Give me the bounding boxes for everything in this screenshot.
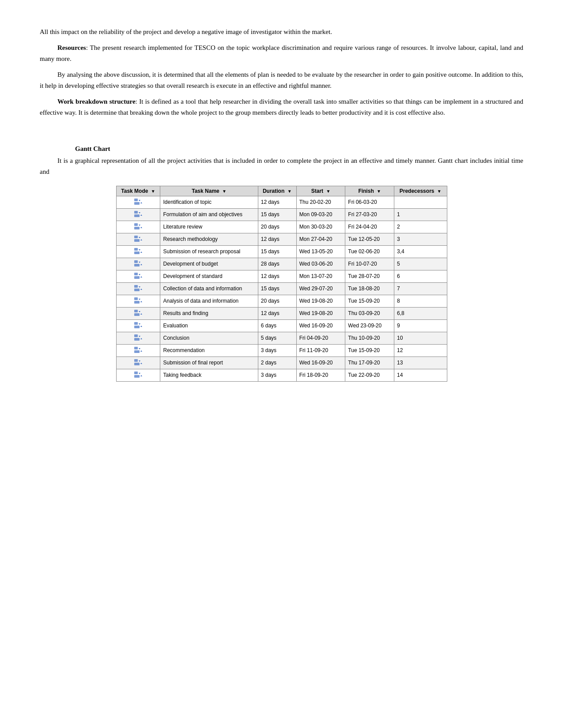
svg-marker-18 — [139, 249, 140, 251]
task-mode-icon — [134, 297, 143, 305]
finish-cell: Tue 12-05-20 — [345, 233, 394, 245]
table-row: Submission of final report2 daysWed 16-0… — [116, 356, 447, 369]
task-mode-icon — [134, 272, 143, 281]
task-name-cell: Analysis of data and information — [160, 295, 258, 307]
finish-cell: Tue 15-09-20 — [345, 295, 394, 307]
task-name-cell: Development of standard — [160, 270, 258, 282]
start-cell: Wed 16-09-20 — [296, 356, 345, 369]
svg-rect-28 — [134, 285, 138, 288]
svg-rect-5 — [134, 214, 140, 217]
duration-cell: 12 days — [258, 307, 296, 319]
finish-cell: Tue 22-09-20 — [345, 369, 394, 381]
th-task-mode-arrow[interactable]: ▼ — [151, 189, 155, 194]
start-cell: Mon 13-07-20 — [296, 270, 345, 282]
duration-cell: 3 days — [258, 369, 296, 381]
task-mode-icon — [134, 285, 143, 293]
task-name-cell: Development of budget — [160, 258, 258, 270]
task-name-cell: Submission of final report — [160, 356, 258, 369]
task-mode-cell — [116, 332, 160, 344]
th-duration-arrow[interactable]: ▼ — [287, 189, 292, 194]
gantt-table-wrapper: Task Mode ▼ Task Name ▼ Duration ▼ Sta — [40, 186, 523, 382]
table-row: Recommendation3 daysFri 11-09-20Tue 15-0… — [116, 344, 447, 356]
task-mode-icon — [134, 223, 143, 231]
svg-marker-2 — [139, 200, 140, 201]
task-mode-cell — [116, 258, 160, 270]
svg-rect-21 — [134, 264, 140, 266]
finish-cell: Tue 18-08-20 — [345, 282, 394, 295]
svg-rect-49 — [134, 350, 140, 353]
svg-rect-13 — [134, 239, 140, 242]
svg-marker-47 — [140, 338, 142, 339]
table-row: Literature review20 daysMon 30-03-20Fri … — [116, 221, 447, 233]
start-cell: Mon 09-03-20 — [296, 208, 345, 221]
finish-cell: Thu 03-09-20 — [345, 307, 394, 319]
task-name-cell: Evaluation — [160, 319, 258, 332]
duration-cell: 28 days — [258, 258, 296, 270]
svg-rect-52 — [134, 359, 138, 362]
svg-marker-31 — [140, 289, 142, 290]
wbs-label: Work breakdown structure — [57, 98, 136, 105]
duration-cell: 15 days — [258, 245, 296, 258]
table-row: Evaluation6 daysWed 16-09-20Wed 23-09-20… — [116, 319, 447, 332]
predecessors-cell: 5 — [394, 258, 447, 270]
task-mode-cell — [116, 233, 160, 245]
svg-rect-56 — [134, 372, 138, 374]
svg-marker-39 — [140, 313, 142, 315]
task-name-cell: Taking feedback — [160, 369, 258, 381]
start-cell: Mon 30-03-20 — [296, 221, 345, 233]
svg-marker-42 — [139, 323, 140, 325]
predecessors-cell: 14 — [394, 369, 447, 381]
th-predecessors-arrow[interactable]: ▼ — [437, 189, 442, 194]
th-start-arrow[interactable]: ▼ — [326, 189, 330, 194]
svg-rect-53 — [134, 363, 140, 365]
svg-rect-0 — [134, 199, 138, 201]
svg-marker-34 — [139, 299, 140, 300]
svg-rect-32 — [134, 297, 138, 300]
th-task-name-arrow[interactable]: ▼ — [222, 189, 227, 194]
finish-cell: Thu 10-09-20 — [345, 332, 394, 344]
svg-rect-1 — [134, 202, 140, 205]
predecessors-cell: 6,8 — [394, 307, 447, 319]
svg-marker-19 — [140, 251, 142, 253]
svg-marker-11 — [140, 227, 142, 228]
start-cell: Wed 29-07-20 — [296, 282, 345, 295]
task-mode-icon — [134, 334, 143, 342]
svg-marker-51 — [140, 350, 142, 352]
paragraph-1: All this impact on the reliability of th… — [40, 26, 523, 38]
task-name-cell: Collection of data and information — [160, 282, 258, 295]
predecessors-cell: 6 — [394, 270, 447, 282]
start-cell: Wed 19-08-20 — [296, 295, 345, 307]
task-mode-icon — [134, 371, 143, 379]
task-name-cell: Recommendation — [160, 344, 258, 356]
finish-cell: Wed 23-09-20 — [345, 319, 394, 332]
th-finish-arrow[interactable]: ▼ — [377, 189, 381, 194]
predecessors-cell: 8 — [394, 295, 447, 307]
resources-text: : The present research implemented for T… — [40, 44, 523, 63]
svg-marker-58 — [139, 373, 140, 374]
gantt-table: Task Mode ▼ Task Name ▼ Duration ▼ Sta — [116, 186, 447, 382]
start-cell: Wed 03-06-20 — [296, 258, 345, 270]
table-row: Formulation of aim and objectives15 days… — [116, 208, 447, 221]
svg-rect-20 — [134, 260, 138, 263]
svg-rect-29 — [134, 289, 140, 291]
task-mode-cell — [116, 208, 160, 221]
svg-marker-54 — [139, 360, 140, 362]
svg-marker-10 — [139, 225, 140, 226]
predecessors-cell — [394, 196, 447, 208]
svg-rect-17 — [134, 251, 140, 254]
svg-rect-48 — [134, 347, 138, 349]
svg-rect-41 — [134, 326, 140, 328]
task-mode-icon — [134, 260, 143, 268]
task-name-cell: Formulation of aim and objectives — [160, 208, 258, 221]
task-mode-cell — [116, 221, 160, 233]
th-finish: Finish ▼ — [345, 186, 394, 196]
svg-rect-45 — [134, 338, 140, 341]
svg-marker-23 — [140, 264, 142, 265]
task-name-cell: Conclusion — [160, 332, 258, 344]
duration-cell: 2 days — [258, 356, 296, 369]
svg-marker-55 — [140, 363, 142, 364]
table-row: Taking feedback3 daysFri 18-09-20Tue 22-… — [116, 369, 447, 381]
svg-rect-16 — [134, 248, 138, 251]
task-mode-cell — [116, 270, 160, 282]
task-mode-icon — [134, 322, 143, 330]
